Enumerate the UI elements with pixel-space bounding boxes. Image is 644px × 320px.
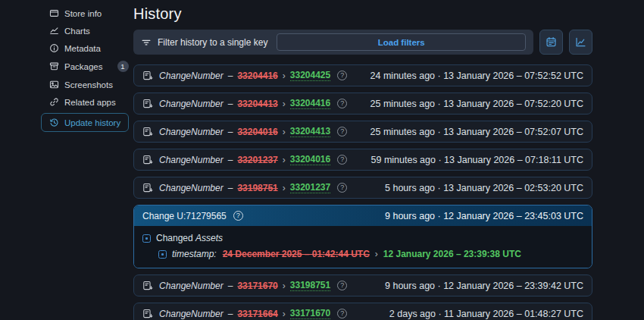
row-timestamp: 25 minutes ago · 13 January 2026 – 07:52… — [370, 99, 583, 109]
changelist-icon — [142, 127, 153, 137]
value-separator: › — [283, 99, 286, 109]
sidebar-item-label: Screenshots — [64, 80, 113, 89]
filter-label: Filter history to a single key — [158, 37, 267, 48]
help-icon[interactable]: ? — [337, 127, 347, 136]
sidebar-item-label: Related apps — [64, 98, 116, 107]
expanded-change-body: Changed Assets timestamp: 24 December 20… — [134, 226, 592, 268]
change-key-label: ChangeNumber — [159, 183, 224, 193]
sidebar-item-update-history[interactable]: Update history — [41, 113, 129, 132]
help-icon[interactable]: ? — [233, 211, 243, 221]
packages-icon — [49, 61, 59, 71]
expanded-change-block: Change U:71279565 ? 9 hours ago · 12 Jan… — [133, 205, 592, 268]
history-row[interactable]: ChangeNumber – 33198751 › 33201237 ? 5 h… — [133, 177, 592, 199]
row-timestamp: 9 hours ago · 12 January 2026 – 23:45:03… — [385, 211, 583, 221]
help-icon[interactable]: ? — [337, 71, 347, 80]
change-key-label: ChangeNumber — [159, 155, 224, 165]
changelist-icon — [142, 281, 153, 291]
change-key-label: ChangeNumber — [159, 99, 224, 109]
sidebar-item-label: Packages — [64, 62, 103, 71]
expand-box-icon[interactable] — [142, 234, 151, 243]
value-separator: › — [283, 281, 286, 291]
history-list: ChangeNumber – 33204416 › 33204425 ? 24 … — [133, 64, 592, 320]
change-key-label: ChangeNumber — [159, 127, 224, 137]
value-separator: › — [375, 249, 378, 259]
changelist-icon — [142, 71, 153, 81]
value-separator: › — [283, 71, 286, 81]
help-icon[interactable]: ? — [337, 309, 347, 318]
filter-icon — [141, 37, 152, 48]
change-key-label: ChangeNumber — [159, 309, 224, 319]
row-timestamp: 9 hours ago · 12 January 2026 – 23:39:42… — [385, 281, 583, 291]
value-separator: › — [283, 127, 286, 137]
row-timestamp: 5 hours ago · 13 January 2026 – 02:53:20… — [385, 183, 583, 193]
help-icon[interactable]: ? — [337, 155, 347, 165]
sidebar-item-charts[interactable]: Charts — [48, 22, 133, 39]
dash-separator: – — [228, 99, 233, 109]
expanded-change-header[interactable]: Change U:71279565 ? 9 hours ago · 12 Jan… — [134, 205, 592, 226]
sidebar-item-screenshots[interactable]: Screenshots — [48, 76, 133, 93]
store-info-icon — [49, 8, 59, 18]
new-value[interactable]: 33171670 — [290, 308, 330, 319]
history-row[interactable]: ChangeNumber – 33204413 › 33204416 ? 25 … — [133, 93, 592, 115]
value-separator: › — [283, 183, 286, 193]
dash-separator: – — [228, 127, 233, 137]
chart-view-button[interactable] — [569, 30, 592, 55]
changelist-icon — [142, 309, 153, 319]
new-value[interactable]: 33204413 — [290, 126, 330, 137]
main-content: History Filter history to a single key L… — [133, 0, 592, 320]
help-icon[interactable]: ? — [337, 183, 347, 193]
sidebar-item-packages[interactable]: Packages1 — [48, 57, 133, 76]
value-separator: › — [283, 155, 286, 165]
changelist-icon — [142, 99, 153, 109]
new-value[interactable]: 33198751 — [290, 280, 330, 291]
help-icon[interactable]: ? — [337, 99, 347, 108]
calendar-button[interactable] — [539, 30, 563, 55]
sidebar-item-related-apps[interactable]: Related apps — [48, 93, 133, 111]
new-value[interactable]: 33204416 — [290, 98, 330, 109]
changelist-icon — [142, 183, 153, 193]
old-value: 33198751 — [237, 183, 277, 193]
new-value[interactable]: 33204016 — [290, 154, 330, 165]
row-timestamp: 25 minutes ago · 13 January 2026 – 07:52… — [370, 127, 583, 137]
filter-key-input[interactable]: Load filters — [277, 33, 526, 51]
row-timestamp: 59 minutes ago · 13 January 2026 – 07:18… — [371, 155, 584, 165]
filter-bar: Filter history to a single key Load filt… — [133, 30, 533, 55]
metadata-icon — [49, 43, 59, 53]
history-row[interactable]: ChangeNumber – 33204016 › 33204413 ? 25 … — [133, 121, 592, 143]
changed-key-label: timestamp: — [172, 249, 217, 259]
history-row[interactable]: ChangeNumber – 33171664 › 33171670 ? 2 d… — [133, 303, 592, 320]
value-separator: › — [283, 309, 286, 319]
sidebar-item-label: Update history — [64, 118, 120, 127]
history-row[interactable]: ChangeNumber – 33204416 › 33204425 ? 24 … — [133, 64, 592, 86]
load-filters-button[interactable]: Load filters — [378, 38, 425, 47]
old-value: 33171664 — [237, 309, 277, 319]
page-title: History — [133, 5, 592, 23]
old-value: 33201237 — [237, 155, 277, 165]
sidebar-item-label: Store info — [64, 9, 102, 18]
sidebar-item-metadata[interactable]: Metadata — [48, 39, 133, 57]
old-value: 33204016 — [237, 127, 277, 137]
sidebar-item-store-info[interactable]: Store info — [48, 5, 133, 22]
dash-separator: – — [228, 281, 233, 291]
filter-toolbar: Filter history to a single key Load filt… — [133, 30, 592, 55]
changelist-icon — [142, 155, 153, 165]
dash-separator: – — [228, 183, 233, 193]
row-timestamp: 2 days ago · 11 January 2026 – 01:48:27 … — [389, 309, 583, 319]
new-value[interactable]: 33204425 — [290, 70, 330, 81]
expand-box-icon[interactable] — [158, 250, 167, 259]
dash-separator: – — [228, 155, 233, 165]
help-icon[interactable]: ? — [337, 281, 347, 290]
screenshots-icon — [49, 80, 59, 89]
sidebar-item-label: Charts — [64, 27, 90, 36]
charts-icon — [49, 26, 59, 36]
new-value: 12 January 2026 – 23:39:38 UTC — [383, 249, 521, 259]
changed-key-line: timestamp: 24 December 2025 – 01:42:44 U… — [158, 249, 583, 259]
dash-separator: – — [228, 309, 233, 319]
changed-group-line: Changed Assets — [142, 233, 583, 243]
dash-separator: – — [228, 71, 233, 81]
new-value[interactable]: 33201237 — [290, 182, 330, 193]
history-row[interactable]: ChangeNumber – 33171670 › 33198751 ? 9 h… — [133, 275, 592, 296]
old-value: 24 December 2025 – 01:42:44 UTC — [223, 249, 370, 259]
calendar-icon — [546, 36, 557, 48]
history-row[interactable]: ChangeNumber – 33201237 › 33204016 ? 59 … — [133, 149, 592, 171]
